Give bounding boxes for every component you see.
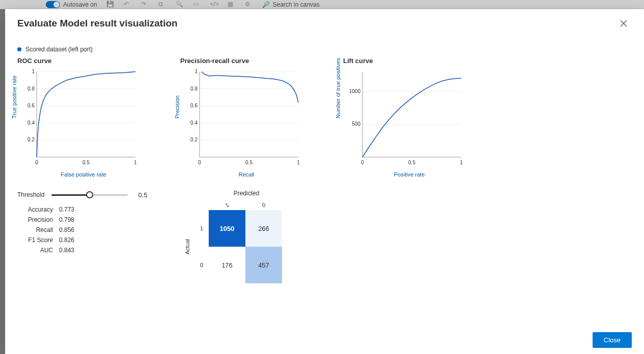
svg-text:1: 1	[297, 160, 300, 165]
legend-dot-icon	[17, 47, 21, 51]
lift-chart: Number of true positives 500100000.51	[343, 68, 465, 169]
metric-precision: Precision 0.798	[17, 216, 150, 223]
cell-fp: 176	[209, 247, 245, 283]
pr-title: Precision-recall curve	[180, 57, 313, 65]
modal-title: Evaluate Model result visualization	[17, 18, 178, 29]
close-icon-button[interactable]	[615, 15, 632, 32]
threshold-slider[interactable]	[51, 190, 128, 200]
close-icon	[620, 20, 627, 27]
lift-xlabel: Positive rate	[343, 171, 475, 178]
roc-ylabel: True positive rate	[11, 75, 17, 119]
svg-text:0: 0	[35, 160, 38, 165]
svg-text:0.8: 0.8	[190, 86, 198, 92]
svg-text:0.5: 0.5	[82, 160, 90, 165]
pr-ylabel: Precision	[174, 96, 180, 119]
svg-text:500: 500	[352, 121, 360, 127]
svg-text:0.2: 0.2	[27, 137, 35, 142]
threshold-label: Threshold	[17, 191, 44, 198]
svg-text:0.8: 0.8	[27, 86, 35, 92]
svg-text:0.6: 0.6	[27, 103, 35, 108]
row-head-1: 1	[200, 225, 203, 231]
threshold-value: 0.5	[138, 191, 147, 199]
charts-row: ROC curve True positive rate 0.20.40.60.…	[17, 57, 632, 178]
metric-f1: F1 Score 0.826	[17, 237, 150, 244]
slider-thumb-icon[interactable]	[86, 191, 93, 198]
recall-label: Recall	[17, 226, 53, 233]
svg-text:0.4: 0.4	[27, 120, 35, 126]
svg-text:1: 1	[134, 160, 137, 165]
threshold-slider-row: Threshold 0.5	[17, 190, 150, 200]
roc-chart-block: ROC curve True positive rate 0.20.40.60.…	[17, 57, 150, 178]
lift-title: Lift curve	[343, 57, 475, 65]
svg-text:0.4: 0.4	[190, 120, 198, 126]
metric-auc: AUC 0.843	[17, 247, 150, 254]
metrics-row: Threshold 0.5 Accuracy 0.773 Precision 0…	[17, 190, 632, 283]
roc-chart: True positive rate 0.20.40.60.8100.51	[17, 68, 139, 169]
close-button[interactable]: Close	[593, 332, 632, 348]
svg-text:0: 0	[198, 160, 201, 165]
pr-xlabel: Recall	[180, 171, 313, 178]
metric-accuracy: Accuracy 0.773	[17, 206, 150, 213]
slider-track-fill	[51, 194, 90, 196]
predicted-label: Predicted	[180, 190, 313, 197]
cell-tp: 1050	[209, 210, 245, 247]
actual-label: Actual	[184, 239, 190, 255]
svg-text:0.5: 0.5	[408, 160, 415, 165]
svg-text:1: 1	[32, 69, 35, 74]
modal-body: Scored dataset (left port) ROC curve Tru…	[5, 35, 644, 326]
auc-value: 0.843	[59, 247, 74, 254]
f1-label: F1 Score	[17, 237, 53, 244]
svg-text:1000: 1000	[349, 88, 361, 94]
roc-xlabel: False positive rate	[17, 171, 150, 178]
modal-footer: Close	[5, 326, 644, 354]
cell-fn: 266	[245, 210, 282, 247]
svg-text:0.5: 0.5	[245, 160, 253, 165]
auc-label: AUC	[17, 247, 53, 254]
accuracy-label: Accuracy	[17, 206, 53, 213]
lift-ylabel: Number of true positives	[335, 58, 341, 119]
svg-text:0: 0	[361, 160, 364, 165]
svg-text:0.6: 0.6	[190, 103, 198, 108]
f1-value: 0.826	[59, 237, 74, 244]
svg-text:0.2: 0.2	[190, 137, 198, 142]
pr-chart-block: Precision-recall curve Precision 0.20.40…	[180, 57, 313, 178]
svg-text:1: 1	[460, 160, 463, 165]
precision-label: Precision	[17, 216, 53, 223]
col-head-0: 0	[261, 201, 267, 208]
svg-text:1: 1	[194, 69, 198, 74]
row-head-0: 0	[200, 262, 203, 268]
lift-chart-block: Lift curve Number of true positives 5001…	[343, 57, 475, 178]
legend-label: Scored dataset (left port)	[25, 46, 93, 53]
recall-value: 0.856	[59, 226, 74, 233]
precision-value: 0.798	[59, 216, 74, 223]
threshold-block: Threshold 0.5 Accuracy 0.773 Precision 0…	[17, 190, 150, 257]
roc-title: ROC curve	[17, 57, 150, 65]
modal-header: Evaluate Model result visualization	[5, 9, 644, 35]
col-head-1: 1	[224, 201, 230, 208]
confusion-matrix: Predicted 1 0 Actual 1 1050 266 0 176 45…	[180, 190, 313, 283]
series-legend: Scored dataset (left port)	[17, 46, 632, 53]
metric-recall: Recall 0.856	[17, 226, 150, 233]
accuracy-value: 0.773	[59, 206, 74, 213]
cell-tn: 457	[245, 247, 282, 283]
pr-chart: Precision 0.20.40.60.8100.51	[180, 68, 302, 169]
evaluate-model-dialog: Evaluate Model result visualization Scor…	[5, 9, 644, 354]
